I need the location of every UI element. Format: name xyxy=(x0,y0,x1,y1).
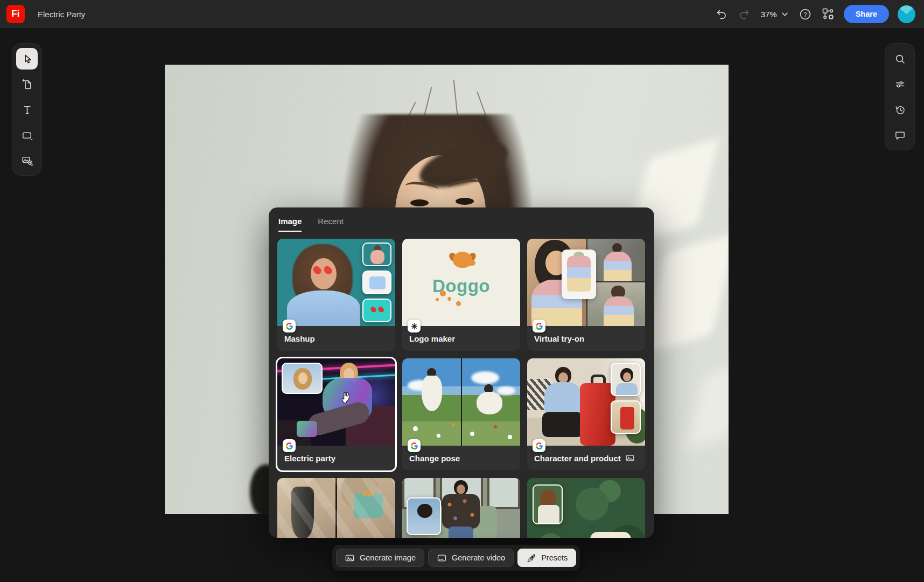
tab-image[interactable]: Image xyxy=(278,217,302,232)
google-badge xyxy=(283,320,296,332)
document-title[interactable]: Electric Party xyxy=(38,10,85,19)
preset-card-partial-2[interactable] xyxy=(402,478,520,538)
preset-card-electric-party[interactable]: Electric party xyxy=(277,358,395,470)
reference-image-thumb xyxy=(282,363,323,394)
preset-card-change-pose[interactable]: Change pose xyxy=(402,358,520,470)
preset-card-logo-maker[interactable]: Doggo Logo maker xyxy=(402,239,520,351)
preset-card-partial-1[interactable] xyxy=(277,478,395,538)
panel-tabs: Image Recent xyxy=(278,217,645,232)
svg-text:?: ? xyxy=(804,11,807,17)
generate-bar: Generate image Generate video Presets xyxy=(332,545,580,571)
tab-recent[interactable]: Recent xyxy=(318,217,344,232)
text-tool[interactable] xyxy=(16,99,38,120)
presets-button[interactable]: Presets xyxy=(517,549,576,567)
adjustments-icon[interactable] xyxy=(889,73,911,95)
google-badge xyxy=(533,320,545,332)
preset-thumbnail xyxy=(277,478,395,538)
right-toolbar xyxy=(885,43,915,150)
help-icon[interactable]: ? xyxy=(799,7,813,21)
preset-grid: Mashup Doggo Logo maker xyxy=(277,239,646,538)
preset-thumbnail xyxy=(527,239,645,326)
search-icon[interactable] xyxy=(889,48,911,70)
generate-image-button[interactable]: Generate image xyxy=(336,549,424,567)
comment-icon[interactable] xyxy=(889,124,911,146)
preset-thumbnail xyxy=(402,478,520,538)
preset-thumbnail xyxy=(527,358,645,446)
google-badge xyxy=(408,439,421,452)
preset-thumbnail xyxy=(277,358,395,446)
preset-label: Logo maker xyxy=(409,334,455,343)
preset-thumbnail: Doggo xyxy=(402,239,520,326)
reference-image-thumb xyxy=(407,497,441,535)
preset-thumbnail xyxy=(402,358,520,446)
top-bar-left: Fi Electric Party xyxy=(0,5,85,23)
zoom-control[interactable]: 37% xyxy=(760,10,790,19)
firefly-logo-text: Fi xyxy=(11,9,20,19)
presets-panel: Image Recent Mashup xyxy=(269,207,654,538)
preset-card-character-and-product[interactable]: Character and product xyxy=(527,358,645,470)
insert-image-tool[interactable] xyxy=(16,149,38,171)
firefly-badge xyxy=(408,320,421,332)
preset-thumbnail xyxy=(277,239,395,326)
top-bar-right: 37% ? Share xyxy=(715,0,915,28)
google-badge xyxy=(283,439,296,452)
google-badge xyxy=(533,439,545,452)
preset-label: Electric party xyxy=(284,454,335,463)
share-button[interactable]: Share xyxy=(844,5,889,23)
preset-label: Change pose xyxy=(409,454,460,463)
preset-card-partial-3[interactable] xyxy=(527,478,645,538)
select-tool[interactable] xyxy=(16,48,38,70)
preset-card-mashup[interactable]: Mashup xyxy=(277,239,395,351)
preset-thumbnail xyxy=(527,478,645,538)
zoom-chevron-icon xyxy=(781,10,789,18)
redo-icon[interactable] xyxy=(737,7,751,21)
plugins-icon[interactable] xyxy=(821,7,835,21)
image-icon xyxy=(345,553,355,563)
add-file-tool[interactable] xyxy=(16,73,38,95)
rocket-icon xyxy=(526,553,536,563)
avatar[interactable] xyxy=(898,5,915,23)
top-bar: Fi Electric Party 37% ? Share xyxy=(0,0,924,28)
zoom-value: 37% xyxy=(761,10,777,19)
preset-label: Character and product xyxy=(534,454,621,463)
character-thumb xyxy=(611,363,641,396)
generate-video-button[interactable]: Generate video xyxy=(428,549,514,567)
video-icon xyxy=(437,553,447,563)
shape-tool[interactable] xyxy=(16,124,38,146)
app-window: Fi Electric Party 37% ? Share xyxy=(0,0,924,582)
firefly-logo[interactable]: Fi xyxy=(6,5,25,23)
preset-label: Mashup xyxy=(284,334,315,343)
undo-icon[interactable] xyxy=(715,7,729,21)
reference-image-thumb xyxy=(533,484,563,524)
preset-label: Virtual try-on xyxy=(534,334,584,343)
left-toolbar xyxy=(12,43,42,176)
history-icon[interactable] xyxy=(889,99,911,120)
image-icon xyxy=(625,453,635,463)
preset-card-virtual-try-on[interactable]: Virtual try-on xyxy=(527,239,645,351)
product-thumb xyxy=(611,400,641,434)
